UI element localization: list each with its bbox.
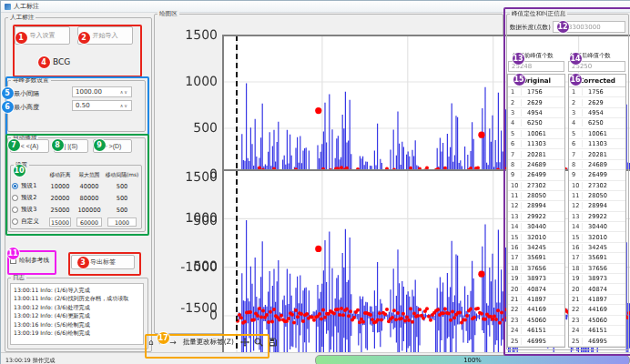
peak-value: 6250 <box>522 119 564 126</box>
home-icon[interactable]: ⌂ <box>148 339 154 347</box>
table-row[interactable]: 1837656 <box>569 264 625 274</box>
checkbox-icon[interactable] <box>10 258 16 264</box>
table-row[interactable]: 1430440 <box>569 222 625 232</box>
radio-icon[interactable] <box>12 207 18 213</box>
table-row[interactable]: 1532010 <box>508 232 564 242</box>
table-row[interactable]: 926499 <box>508 170 564 180</box>
move-left-button[interactable]: < <(A) <box>10 139 49 153</box>
table-row[interactable]: 1128050 <box>508 191 564 201</box>
peak-value: 11303 <box>583 140 625 147</box>
table-row[interactable]: 824689 <box>569 160 625 170</box>
table-row[interactable]: 824689 <box>508 160 564 170</box>
table-row[interactable]: 2647878 <box>569 347 625 348</box>
table-row[interactable]: 1027302 <box>508 181 564 191</box>
peaks-after-field[interactable]: 25250 <box>568 61 625 72</box>
table-row[interactable]: 46250 <box>569 118 625 128</box>
table-row[interactable]: 1027302 <box>569 181 625 191</box>
preset-row[interactable]: 预设325000100000500 <box>12 204 139 216</box>
preset-value: 500 <box>105 207 139 214</box>
start-import-button[interactable]: 开始导入 <box>77 26 133 45</box>
table-row[interactable]: 22629 <box>508 97 564 107</box>
table-row[interactable]: 510061 <box>569 129 625 139</box>
log-line: 13:00:19 Info: (6/6)绘制完成 <box>14 329 140 337</box>
table-row[interactable]: 1938973 <box>569 274 625 284</box>
batch-edit-labels-button[interactable]: 批量更改标签(Z) <box>183 338 234 347</box>
table-row[interactable]: 22629 <box>569 97 625 107</box>
preset-input[interactable]: 60000 <box>76 217 102 227</box>
table-row[interactable]: 1735691 <box>508 253 564 263</box>
table-row[interactable]: 510061 <box>508 129 564 139</box>
table-row[interactable]: 926499 <box>569 170 625 180</box>
peak-value: 41897 <box>583 296 625 303</box>
back-arrow-icon[interactable]: ← <box>158 339 166 347</box>
row-number: 20 <box>569 286 583 293</box>
table-row[interactable]: 2141897 <box>569 295 625 305</box>
zoom-icon[interactable] <box>254 338 263 347</box>
table-row[interactable]: 1228994 <box>508 201 564 211</box>
table-row[interactable]: 2446151 <box>508 326 564 336</box>
table-row[interactable]: 2040874 <box>508 284 564 294</box>
table-row[interactable]: 2647878 <box>508 347 564 348</box>
table-row[interactable]: 11756 <box>508 87 564 97</box>
table-row[interactable]: 1837656 <box>508 264 564 274</box>
export-labels-button[interactable]: 导出标签 <box>71 255 135 269</box>
data-length-value: 33003000 <box>568 24 601 31</box>
forward-arrow-icon[interactable]: → <box>169 339 177 347</box>
table-row[interactable]: 2446151 <box>569 326 625 336</box>
table-row[interactable]: 1938973 <box>508 274 564 284</box>
preset-input[interactable]: 15000 <box>49 217 71 227</box>
preset-row[interactable]: 预设22000080000500 <box>12 192 139 204</box>
move-right-button[interactable]: > >(D) <box>93 139 132 153</box>
radio-icon[interactable] <box>12 218 18 225</box>
save-icon[interactable] <box>268 338 277 347</box>
peaks-before-field[interactable]: 25248 <box>508 61 564 72</box>
table-row[interactable]: 1735691 <box>569 253 625 263</box>
row-number: 16 <box>508 244 522 251</box>
table-row[interactable]: 720281 <box>508 149 564 159</box>
table-row[interactable]: 34954 <box>508 108 564 118</box>
table-row[interactable]: 11756 <box>569 87 625 97</box>
table-row[interactable]: 2244169 <box>569 305 625 315</box>
table-row[interactable]: 46250 <box>508 118 564 128</box>
pause-button[interactable]: | |(S) <box>54 139 88 153</box>
table-row[interactable]: 1329922 <box>569 212 625 222</box>
table-row[interactable]: 2546995 <box>569 336 625 346</box>
corrected-peaks-table[interactable]: Corrected 117562262934954462505100616113… <box>568 74 626 348</box>
draw-refline-checkbox[interactable]: 绘制参考线 <box>10 257 49 265</box>
table-row[interactable]: 1634245 <box>508 243 564 253</box>
radio-icon[interactable] <box>12 183 18 189</box>
min-interval-spinner[interactable]: 1000.00 ∧∨ <box>72 86 132 97</box>
table-row[interactable]: 1430440 <box>508 222 564 232</box>
peak-value: 41897 <box>522 296 564 303</box>
radio-icon[interactable] <box>12 195 18 201</box>
table-row[interactable]: 1532010 <box>569 232 625 242</box>
preset-row[interactable]: 自定义15000600001000 <box>12 216 139 228</box>
table-row[interactable]: 720281 <box>569 149 625 159</box>
original-peaks-table[interactable]: Original 1175622629349544625051006161130… <box>507 74 565 348</box>
spinner-arrows-icon[interactable]: ∧∨ <box>120 89 128 95</box>
table-row[interactable]: 2345060 <box>569 316 625 326</box>
log-line: 13:00:12 Info: (3/6)处理完成 <box>14 303 140 311</box>
table-row[interactable]: 1329922 <box>508 212 564 222</box>
table-row[interactable]: 2244169 <box>508 305 564 315</box>
preset-input[interactable]: 1000 <box>107 217 137 227</box>
log-textarea[interactable]: 13:00:11 Info: (1/6)导入完成13:00:11 Info: (… <box>10 283 144 345</box>
spinner-arrows-icon[interactable]: ∧∨ <box>120 103 128 108</box>
table-row[interactable]: 34954 <box>569 108 625 118</box>
table-row[interactable]: 2141897 <box>508 295 564 305</box>
preset-row[interactable]: 预设11000040000500 <box>12 180 139 192</box>
table-row[interactable]: 611303 <box>569 139 625 149</box>
preset-value: 25000 <box>46 207 74 214</box>
table-row[interactable]: 2546995 <box>508 336 564 346</box>
min-height-spinner[interactable]: 0.50 ∧∨ <box>72 100 132 111</box>
table-row[interactable]: 1128050 <box>569 191 625 201</box>
import-settings-button[interactable]: 导入设置 <box>15 26 70 45</box>
table-row[interactable]: 2040874 <box>569 284 625 294</box>
table-row[interactable]: 2345060 <box>508 316 564 326</box>
table-row[interactable]: 1228994 <box>569 201 625 211</box>
table-row[interactable]: 611303 <box>508 139 564 149</box>
pan-icon[interactable] <box>240 338 249 347</box>
data-length-field[interactable]: 33003000 <box>553 21 625 33</box>
table-row[interactable]: 1634245 <box>569 243 625 253</box>
preset-table: 移动距离最大范围移动间隔(ms)预设11000040000500预设220000… <box>12 170 139 228</box>
